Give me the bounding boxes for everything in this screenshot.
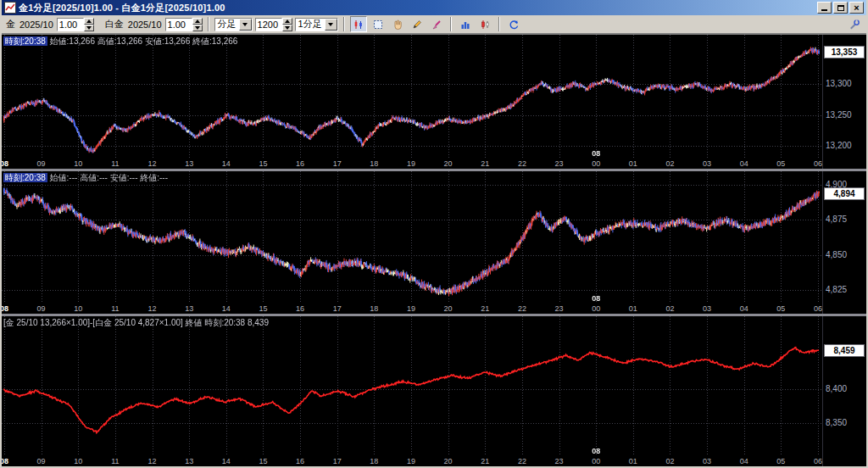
draw-pencil-button[interactable] [409,16,426,32]
platinum-ratio-down-button[interactable] [192,25,203,31]
timeframe-value: 1分足 [298,18,322,31]
platinum-info-line: 時刻:20:38 始値:--- 高値:--- 安値:--- 終値:--- [3,172,168,184]
time-axis-label: 03 [700,159,714,168]
time-axis-label: 17 [331,304,344,313]
time-axis-label: 11 [108,304,122,313]
time-axis-label: 08 [2,457,11,465]
time-axis-label: 01 [626,304,640,313]
time-axis-label: 10 [71,304,85,313]
current-price-box: 8,459 [824,344,865,357]
gold-ratio-input[interactable] [57,18,84,31]
gold-ratio-up-button[interactable] [84,18,94,25]
time-axis-label: 13 [182,304,196,313]
time-axis-label: 19 [404,304,418,313]
refresh-button[interactable] [505,16,522,32]
time-axis-label: 00 [589,457,603,465]
platinum-ratio-spinner[interactable] [165,18,203,31]
pan-hand-button[interactable] [389,16,406,32]
gold-info-line: 時刻:20:38 始値:13,266 高値:13,266 安値:13,266 終… [3,36,237,47]
app-window: 金1分足[2025/10]1.00 - 白金1分足[2025/10]1.00 ×… [0,0,868,468]
platinum-info-time: 時刻:20:38 [3,173,47,182]
platinum-info-ohlc: 始値:--- 高値:--- 安値:--- 終値:--- [50,173,168,182]
gold-chart-canvas[interactable] [2,35,822,159]
timeframe-dropdown[interactable]: 1分足 [295,18,338,31]
time-axis-label: 15 [256,159,270,168]
bar-chart-icon [459,19,471,31]
candlestick-style-button[interactable] [476,16,493,32]
minimize-button[interactable] [817,2,832,14]
platinum-ratio-input[interactable] [165,18,192,31]
spread-chart-canvas[interactable] [2,316,822,456]
time-axis-label: 16 [293,159,307,168]
time-axis-label: 12 [146,457,159,465]
toolbar-separator [450,17,452,31]
time-axis-label: 08 [2,304,11,313]
chart-style-candle-icon [353,19,364,31]
time-axis-label: 23 [553,457,566,465]
time-axis-label: 17 [331,159,344,168]
toolbar: 金 2025/10 白金 2025/10 分足 1分足 [2,15,866,34]
time-axis-label: 22 [515,304,529,313]
time-axis-label: 16 [293,304,307,313]
candlestick-style-icon [479,19,491,31]
current-price-box: 13,353 [824,46,865,58]
select-region-icon [372,19,384,31]
time-axis-label: 04 [737,457,751,465]
time-axis-label: 19 [404,457,418,465]
bar-count-down-button[interactable] [282,25,292,31]
gold-contract-month: 2025/10 [19,20,54,30]
bar-chart-button[interactable] [457,16,474,32]
period-type-dropdown-arrow-icon[interactable] [239,19,252,31]
time-axis-label: 23 [553,159,566,168]
gold-chart-panel: 時刻:20:38 始値:13,266 高値:13,266 安値:13,266 終… [2,35,866,169]
gold-info-time: 時刻:20:38 [3,36,47,46]
close-button[interactable]: × [849,2,864,14]
time-axis-label: 02 [663,304,676,313]
period-type-dropdown[interactable]: 分足 [214,18,253,31]
time-axis-label: 05 [774,457,787,465]
gold-ratio-spinner[interactable] [57,18,94,31]
bar-count-input[interactable] [255,18,282,31]
draw-brush-button[interactable] [428,16,445,32]
time-axis-label: 04 [737,159,751,168]
y-axis-label: 13,250 [826,110,852,120]
platinum-ratio-up-button[interactable] [192,18,203,25]
chart-area: 時刻:20:38 始値:13,266 高値:13,266 安値:13,266 終… [2,34,866,466]
gold-symbol-label: 金 [5,18,16,31]
y-axis-label: 13,200 [826,141,852,150]
time-axis-label: 10 [71,159,85,168]
time-axis-label: 13 [182,457,196,465]
platinum-chart-canvas[interactable] [2,171,822,304]
toolbar-separator [498,17,500,31]
platinum-plot[interactable]: 時刻:20:38 始値:--- 高値:--- 安値:--- 終値:--- 080… [2,171,822,314]
draw-pencil-icon [411,19,423,31]
timeframe-dropdown-arrow-icon[interactable] [325,19,337,31]
time-axis-label: 11 [108,159,122,168]
toolbar-separator [343,17,345,31]
time-axis-label: 01 [626,159,640,168]
bar-count-spinner[interactable] [255,18,292,31]
time-axis-label: 01 [626,457,640,465]
gold-plot[interactable]: 時刻:20:38 始値:13,266 高値:13,266 安値:13,266 終… [2,35,822,169]
gold-ratio-down-button[interactable] [84,25,94,31]
settings-wrench-button[interactable] [846,16,863,32]
time-axis-label: 09 [35,457,48,465]
spread-info-text: [金 25/10 13,266×1.00]-[白金 25/10 4,827×1.… [3,318,269,327]
time-axis-label: 22 [515,457,529,465]
time-axis-label: 10 [71,457,85,465]
chart-style-candle-button[interactable] [350,16,367,32]
select-region-button[interactable] [370,16,387,32]
time-axis-label: 18 [367,304,381,313]
maximize-button[interactable] [833,2,848,14]
spread-plot[interactable]: [金 25/10 13,266×1.00]-[白金 25/10 4,827×1.… [2,316,822,466]
title-bar[interactable]: 金1分足[2025/10]1.00 - 白金1分足[2025/10]1.00 × [2,0,866,15]
platinum-symbol-label: 白金 [104,18,125,31]
period-type-value: 分足 [218,18,236,31]
spread-price-axis: 8,4008,3508,459 [822,316,866,466]
time-axis-label: 22 [515,159,529,168]
draw-brush-icon [431,19,442,31]
time-axis-label: 15 [256,457,270,465]
time-axis-label: 09 [35,304,48,313]
y-axis-label: 4,825 [826,285,847,294]
bar-count-up-button[interactable] [282,18,292,25]
